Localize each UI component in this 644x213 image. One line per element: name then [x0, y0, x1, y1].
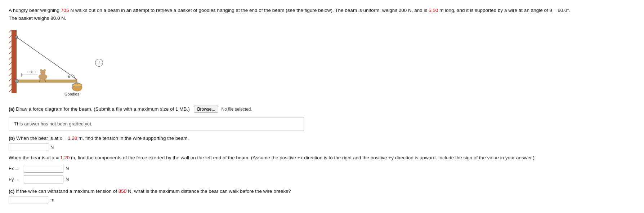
fy-unit: N: [66, 177, 69, 182]
fx-unit: N: [66, 166, 69, 171]
goodies-text: Goodies: [64, 92, 79, 96]
wire: [17, 37, 77, 80]
problem-intro: A hungry bear weighing 705 N walks out o…: [9, 6, 635, 22]
fy-label: Fy =: [9, 177, 22, 182]
max-dist-input[interactable]: [9, 196, 48, 204]
svg-line-5: [9, 57, 12, 60]
intro-text-2: N walks out on a beam in an attempt to r…: [69, 8, 429, 13]
basket-weight-text: The basket weighs 80.0 N.: [9, 15, 66, 21]
fx-input[interactable]: [24, 165, 63, 173]
browse-button[interactable]: Browse...: [194, 106, 218, 113]
part-b-subtext: When the bear is at x = 1.20 m, find the…: [9, 154, 635, 162]
svg-line-8: [9, 73, 12, 76]
fy-input[interactable]: [24, 176, 63, 183]
svg-line-1: [9, 35, 12, 38]
x-val-b: 1.20: [68, 136, 77, 141]
svg-line-6: [9, 62, 12, 65]
max-dist-unit: m: [50, 197, 54, 203]
svg-line-4: [9, 52, 12, 54]
fy-input-row: Fy = N: [9, 176, 635, 183]
svg-line-3: [9, 46, 12, 49]
svg-line-11: [9, 89, 12, 92]
bear-weight: 705: [61, 8, 69, 13]
intro-text: A hungry bear weighing: [9, 8, 61, 13]
tension-unit: N: [50, 145, 54, 150]
tension-input-row: N: [9, 143, 635, 151]
tension-input[interactable]: [9, 143, 48, 151]
hinge: [15, 79, 18, 83]
svg-point-13: [40, 69, 42, 71]
part-a-label: (a) Draw a force diagram for the beam. (…: [9, 106, 635, 115]
theta-label: θ: [68, 74, 70, 79]
fx-input-row: Fx = N: [9, 165, 635, 173]
beam: [17, 80, 77, 83]
max-dist-input-row: m: [9, 196, 635, 204]
svg-point-14: [44, 69, 46, 71]
wall: [12, 30, 17, 93]
svg-line-10: [9, 84, 12, 87]
part-c-label: (c) If the wire can withstand a maximum …: [9, 188, 635, 194]
part-b-section: (b) When the bear is at x = 1.20 m, find…: [9, 136, 635, 183]
svg-line-2: [9, 41, 12, 44]
tension-max: 850: [118, 188, 127, 194]
svg-line-7: [9, 68, 12, 71]
figure-svg: ←x→ θ Goodies: [9, 26, 88, 102]
part-c-section: (c) If the wire can withstand a maximum …: [9, 188, 635, 204]
intro-text-3: m long, and it is supported by a wire at…: [438, 8, 571, 13]
length-val: 5.50: [429, 8, 438, 13]
figure-container: ←x→ θ Goodies: [9, 26, 88, 102]
info-icon[interactable]: i: [95, 59, 103, 67]
svg-line-9: [9, 79, 12, 81]
part-a-section: (a) Draw a force diagram for the beam. (…: [9, 106, 635, 130]
svg-line-0: [9, 30, 12, 33]
x-val-b2: 1.20: [60, 155, 70, 160]
no-file-text: No file selected.: [221, 107, 252, 112]
graded-text: This answer has not been graded yet.: [14, 121, 93, 127]
x-label: ←x→: [27, 70, 37, 74]
fx-label: Fx =: [9, 166, 22, 171]
part-b-label: (b) When the bear is at x = 1.20 m, find…: [9, 136, 635, 141]
graded-box: This answer has not been graded yet.: [9, 117, 304, 130]
